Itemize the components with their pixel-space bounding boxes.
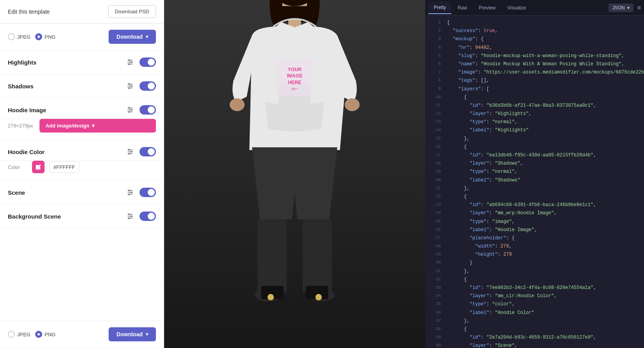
line-number: 5	[430, 52, 441, 60]
json-line: 29 "height": 279	[425, 251, 644, 259]
highlights-settings-icon[interactable]	[125, 57, 135, 67]
add-image-chevron: ▾	[92, 123, 95, 129]
shadows-label: Shadows	[8, 83, 125, 90]
line-code: "type": "normal",	[447, 118, 639, 126]
hoodie-image-toggle[interactable]	[140, 105, 156, 115]
line-code: "id": "2e7a204d-b93c-4659-9312-a76c65612…	[447, 334, 639, 341]
line-number: 28	[430, 243, 441, 250]
json-line: 34 "layer": "mm_clr:Hoodie Color",	[425, 292, 644, 300]
json-line: 16 {	[425, 143, 644, 151]
add-image-button[interactable]: Add image/design ▾	[39, 119, 156, 133]
line-code: "label": "Highlights"	[447, 127, 639, 134]
hoodie-image-section: Hoodie Image 279×279px Add image/design …	[0, 98, 164, 140]
jpeg-radio-top[interactable]	[8, 33, 15, 40]
json-line: 8 "tags": [],	[425, 77, 644, 85]
json-line: 19 "type": "normal",	[425, 168, 644, 176]
left-panel: Edit this template Download PSD JPEG PNG…	[0, 0, 164, 348]
json-dropdown-label: JSON	[612, 5, 625, 11]
json-line: 21 },	[425, 185, 644, 193]
svg-point-33	[129, 213, 130, 215]
svg-point-34	[131, 215, 132, 217]
svg-point-23	[129, 153, 130, 154]
tab-pretty[interactable]: Pretty	[428, 2, 451, 14]
line-number: 18	[430, 160, 441, 167]
line-code: "layer": "Scene",	[447, 342, 639, 348]
json-line: 11 "id": "b36d3b6b-af21-47ae-8ba3-837387…	[425, 102, 644, 110]
line-code: "id": "b36d3b6b-af21-47ae-8ba3-8373875aa…	[447, 102, 639, 109]
json-line: 23 "id": "ab694c60-b391-4fb6-baca-246b6b…	[425, 201, 644, 209]
json-line: 40 "layer": "Scene",	[425, 342, 644, 348]
line-number: 16	[430, 144, 441, 151]
line-number: 21	[430, 185, 441, 192]
line-code: }	[447, 259, 639, 267]
json-format-button[interactable]: ≡	[637, 4, 641, 11]
jpeg-option-bottom[interactable]: JPEG	[8, 331, 30, 338]
png-option-bottom[interactable]: PNG	[35, 331, 55, 338]
svg-point-9	[129, 83, 130, 84]
line-number: 34	[430, 292, 441, 300]
background-scene-toggle[interactable]	[140, 212, 156, 221]
json-line: 4 "nr": 94482,	[425, 44, 644, 52]
color-swatch[interactable]	[32, 161, 45, 173]
json-line: 10 {	[425, 93, 644, 102]
shadows-section: Shadows	[0, 74, 164, 98]
line-code: "type": "normal",	[447, 168, 639, 176]
line-code: {	[447, 144, 639, 151]
line-number: 17	[430, 152, 441, 159]
line-code: "type": "color",	[447, 301, 639, 308]
line-number: 6	[430, 61, 441, 68]
line-code: "image": "https://user-assets.mediamodif…	[447, 69, 644, 76]
scene-toggle[interactable]	[140, 188, 156, 197]
json-line: 25 "type": "image",	[425, 218, 644, 226]
line-number: 15	[430, 135, 441, 143]
json-dropdown[interactable]: JSON ▾	[608, 4, 633, 12]
shadows-toggle[interactable]	[140, 81, 156, 91]
line-number: 10	[430, 94, 441, 101]
line-code: "layers": [	[447, 86, 639, 93]
line-code: "slug": "hoodie-mockup-with-a-woman-posi…	[447, 52, 639, 60]
background-scene-controls	[125, 212, 156, 221]
json-line: 39 "id": "2e7a204d-b93c-4659-9312-a76c65…	[425, 334, 644, 342]
download-button-bottom[interactable]: Download ▾	[109, 327, 156, 341]
download-button-top[interactable]: Download ▾	[109, 30, 156, 44]
line-number: 20	[430, 177, 441, 184]
tab-raw[interactable]: Raw	[452, 2, 472, 14]
shadows-settings-icon[interactable]	[125, 81, 135, 91]
hoodie-image-settings-icon[interactable]	[125, 105, 135, 115]
highlights-toggle[interactable]	[140, 57, 156, 67]
json-line: 14 "label": "Highlights"	[425, 126, 644, 135]
format-options-bottom: JPEG PNG	[8, 331, 102, 338]
json-line: 33 "id": "7ee802b3-34c2-4f4a-8c08-829e74…	[425, 284, 644, 292]
svg-point-3	[129, 59, 130, 61]
download-psd-button[interactable]: Download PSD	[108, 5, 156, 18]
background-scene-settings-icon[interactable]	[125, 212, 135, 221]
png-option-top[interactable]: PNG	[35, 33, 55, 40]
download-label-top: Download	[116, 34, 143, 40]
json-line: 12 "layer": "Highlights",	[425, 110, 644, 118]
tab-visualize[interactable]: Visualize	[502, 2, 531, 14]
scene-settings-icon[interactable]	[125, 188, 135, 197]
hoodie-color-settings-icon[interactable]	[125, 147, 135, 156]
hoodie-color-header: Hoodie Color	[0, 140, 164, 161]
png-radio-bottom[interactable]	[35, 331, 42, 338]
line-code: "success": true,	[447, 27, 639, 35]
line-number: 38	[430, 326, 441, 333]
edit-template-button[interactable]: Edit this template	[8, 9, 104, 15]
svg-point-16	[131, 109, 132, 110]
svg-text:m~: m~	[292, 86, 297, 91]
line-code: "height": 279	[447, 251, 639, 258]
jpeg-option-top[interactable]: JPEG	[8, 33, 30, 40]
hoodie-color-controls	[125, 147, 156, 156]
jpeg-radio-bottom[interactable]	[8, 331, 15, 338]
line-code: "label": "Shadows"	[447, 177, 639, 184]
download-chevron-bottom: ▾	[146, 332, 148, 337]
png-radio-top[interactable]	[35, 33, 42, 40]
tab-preview[interactable]: Preview	[473, 2, 501, 14]
background-scene-label: Background Scene	[8, 213, 125, 220]
hoodie-color-toggle[interactable]	[140, 147, 156, 156]
color-hex-value: #FFFFFF	[49, 161, 79, 173]
json-line: 15 },	[425, 135, 644, 143]
line-code: },	[447, 135, 639, 143]
json-line: 24 "layer": "mm_wrp:Hoodie Image",	[425, 209, 644, 217]
line-number: 11	[430, 102, 441, 109]
